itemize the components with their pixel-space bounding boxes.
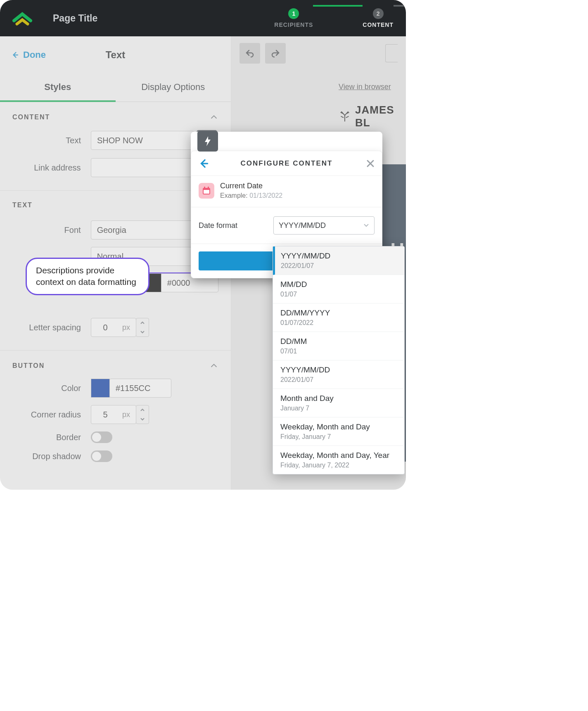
current-date-example: Example: 01/13/2022 bbox=[220, 192, 282, 199]
svg-rect-3 bbox=[208, 187, 209, 189]
tab-styles[interactable]: Styles bbox=[0, 73, 116, 102]
example-label: Example: bbox=[220, 192, 248, 199]
text-input-value: SHOP NOW bbox=[97, 136, 143, 145]
dropdown-option-sub: 2022/01/07 bbox=[281, 262, 397, 270]
button-color-label: Color bbox=[12, 384, 91, 393]
dropdown-option-sub: 07/01 bbox=[280, 348, 397, 355]
popover-field-date-format: Date format YYYY/MM/DD bbox=[191, 207, 382, 244]
field-shadow: Drop shadow bbox=[12, 450, 218, 462]
letter-spacing-input[interactable]: 0 px bbox=[91, 318, 136, 337]
dropdown-option-title: DD/MM/YYYY bbox=[280, 308, 397, 318]
dropdown-option-title: Weekday, Month and Day bbox=[280, 422, 397, 431]
section-content-title: CONTENT bbox=[12, 114, 50, 121]
field-button-color: Color #1155CC bbox=[12, 379, 218, 398]
dropdown-option[interactable]: YYYY/MM/DD2022/01/07 bbox=[273, 246, 404, 275]
letter-spacing-unit: px bbox=[122, 323, 130, 332]
step-content-label: CONTENT bbox=[363, 21, 394, 28]
annotation-text: Descriptions provide context on data for… bbox=[36, 265, 136, 287]
section-content-head[interactable]: CONTENT bbox=[12, 113, 218, 122]
dropdown-option[interactable]: Month and DayJanuary 7 bbox=[273, 389, 404, 417]
border-toggle[interactable] bbox=[91, 431, 112, 443]
text-color-hex: #0000 bbox=[167, 278, 190, 288]
shadow-label: Drop shadow bbox=[12, 452, 91, 461]
chevron-up-icon bbox=[209, 361, 218, 370]
radius-input[interactable]: 5 px bbox=[91, 405, 136, 424]
section-text-title: TEXT bbox=[12, 201, 33, 209]
field-link: Link address bbox=[12, 158, 218, 177]
date-format-label: Date format bbox=[199, 221, 237, 230]
step-recipients-number: 1 bbox=[288, 8, 299, 19]
section-button-head[interactable]: BUTTON bbox=[12, 361, 218, 370]
panel-title: Text bbox=[0, 49, 231, 61]
example-value: 01/13/2022 bbox=[249, 192, 282, 199]
chevron-down-icon bbox=[363, 223, 369, 228]
lightning-icon bbox=[203, 135, 212, 147]
chevron-up-icon[interactable] bbox=[136, 318, 149, 327]
dropdown-option-sub: 01/07/2022 bbox=[280, 319, 397, 327]
popover-back-button[interactable] bbox=[199, 158, 209, 169]
current-date-title: Current Date bbox=[220, 182, 282, 190]
field-text: Text SHOP NOW bbox=[12, 130, 218, 151]
button-color-swatch[interactable] bbox=[91, 379, 110, 398]
dropdown-option-title: YYYY/MM/DD bbox=[281, 251, 397, 261]
radius-unit: px bbox=[122, 410, 130, 419]
field-font: Font Georgia bbox=[12, 220, 218, 239]
svg-rect-1 bbox=[204, 190, 209, 194]
dropdown-option-sub: Friday, January 7, 2022 bbox=[280, 462, 397, 469]
popover-trigger-icon[interactable] bbox=[197, 131, 218, 152]
svg-rect-2 bbox=[204, 187, 205, 189]
step-content[interactable]: 2 CONTENT bbox=[363, 8, 394, 28]
logo-wrap: Page Title bbox=[12, 11, 97, 26]
field-font-label: Font bbox=[12, 225, 91, 235]
dropdown-option-sub: Friday, January 7 bbox=[280, 433, 397, 441]
radius-value: 5 bbox=[97, 410, 114, 419]
letter-spacing-spinner[interactable] bbox=[136, 318, 149, 337]
dropdown-option[interactable]: Weekday, Month and Day, YearFriday, Janu… bbox=[273, 446, 404, 474]
field-border: Border bbox=[12, 431, 218, 443]
section-text-head: TEXT bbox=[12, 201, 218, 209]
top-bar: Page Title 1 RECIPIENTS 2 CONTENT bbox=[0, 0, 406, 36]
panel-header: Done Text bbox=[0, 36, 231, 73]
calendar-icon bbox=[199, 183, 214, 199]
dropdown-option[interactable]: MM/DD01/07 bbox=[273, 275, 404, 303]
field-link-label: Link address bbox=[12, 163, 91, 173]
font-value: Georgia bbox=[97, 225, 126, 235]
dropdown-option[interactable]: DD/MM07/01 bbox=[273, 332, 404, 360]
date-format-dropdown[interactable]: YYYY/MM/DD2022/01/07MM/DD01/07DD/MM/YYYY… bbox=[273, 246, 405, 474]
dropdown-option[interactable]: YYYY/MM/DD2022/01/07 bbox=[273, 360, 404, 389]
step-line-1 bbox=[313, 5, 363, 7]
close-icon bbox=[366, 159, 375, 168]
popover-current-text: Current Date Example: 01/13/2022 bbox=[220, 182, 282, 199]
app-root: Page Title 1 RECIPIENTS 2 CONTENT Done bbox=[0, 0, 406, 490]
chevron-up-icon bbox=[209, 113, 218, 122]
chevron-up-icon[interactable] bbox=[136, 405, 149, 415]
dropdown-option-sub: January 7 bbox=[280, 405, 397, 412]
dropdown-option-title: Weekday, Month and Day, Year bbox=[280, 451, 397, 460]
letter-spacing-value: 0 bbox=[97, 323, 114, 332]
popover-close-button[interactable] bbox=[366, 159, 375, 168]
dropdown-option-title: MM/DD bbox=[280, 280, 397, 289]
chevron-down-icon[interactable] bbox=[136, 327, 149, 337]
section-button: BUTTON Color #1155CC Corner radius 5 px bbox=[0, 351, 231, 475]
dropdown-option[interactable]: Weekday, Month and DayFriday, January 7 bbox=[273, 417, 404, 446]
step-recipients[interactable]: 1 RECIPIENTS bbox=[274, 8, 313, 28]
field-text-label: Text bbox=[12, 136, 91, 145]
text-input[interactable]: SHOP NOW bbox=[91, 131, 194, 150]
brand-logo-icon bbox=[12, 11, 32, 26]
dropdown-option[interactable]: DD/MM/YYYY01/07/2022 bbox=[273, 303, 404, 332]
date-format-select[interactable]: YYYY/MM/DD bbox=[273, 216, 375, 235]
popover-header: CONFIGURE CONTENT bbox=[191, 151, 382, 176]
step-recipients-label: RECIPIENTS bbox=[274, 21, 313, 28]
radius-spinner[interactable] bbox=[136, 405, 149, 424]
section-button-title: BUTTON bbox=[12, 362, 45, 370]
tab-display-options[interactable]: Display Options bbox=[116, 73, 231, 102]
date-format-value: YYYY/MM/DD bbox=[279, 221, 326, 230]
button-color-hex-input[interactable]: #1155CC bbox=[109, 379, 171, 398]
letter-spacing-label: Letter spacing bbox=[12, 323, 91, 332]
dropdown-option-sub: 2022/01/07 bbox=[280, 376, 397, 384]
shadow-toggle[interactable] bbox=[91, 450, 112, 462]
border-label: Border bbox=[12, 433, 91, 442]
chevron-down-icon[interactable] bbox=[136, 415, 149, 424]
page-title: Page Title bbox=[53, 13, 97, 24]
radius-label: Corner radius bbox=[12, 410, 91, 419]
